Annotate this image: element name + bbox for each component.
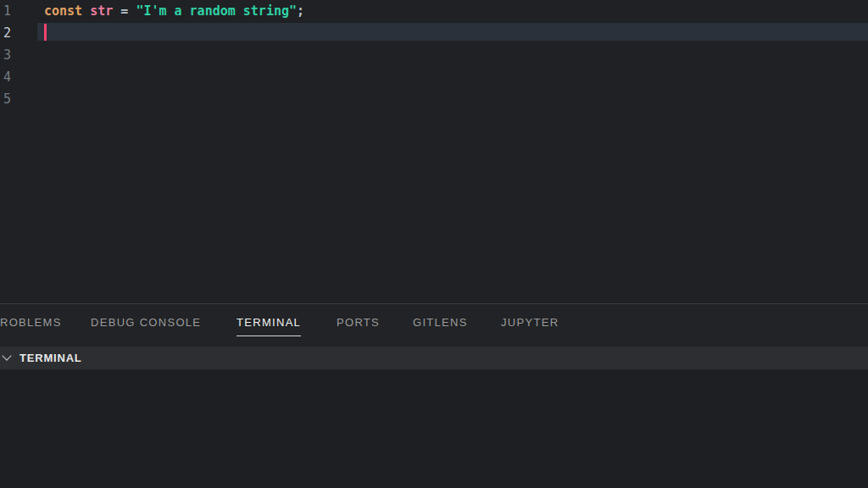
tab-debug-console[interactable]: DEBUG CONSOLE: [91, 316, 201, 336]
tab-jupyter[interactable]: JUPYTER: [501, 316, 559, 336]
code-token-operator: =: [120, 3, 128, 19]
tab-gitlens[interactable]: GITLENS: [413, 316, 468, 336]
line-number-active: 2: [3, 22, 29, 44]
line-number: 1: [3, 0, 29, 22]
code-token-variable: str: [90, 3, 113, 19]
code-editor[interactable]: 1 2 3 4 5 const str = "I'm a random stri…: [0, 0, 868, 303]
line-number: 3: [3, 44, 29, 66]
vscode-window: 1 2 3 4 5 const str = "I'm a random stri…: [0, 0, 868, 488]
code-token-string: "I'm a random string": [136, 3, 297, 19]
chevron-down-icon[interactable]: [2, 351, 11, 360]
panel-tab-bar: ROBLEMS DEBUG CONSOLE TERMINAL PORTS GIT…: [0, 303, 868, 345]
terminal-section-title: TERMINAL: [19, 352, 82, 364]
code-line-1: const str = "I'm a random string";: [44, 0, 304, 22]
terminal-section-header[interactable]: TERMINAL: [0, 347, 868, 369]
tab-ports[interactable]: PORTS: [337, 316, 380, 336]
tab-terminal[interactable]: TERMINAL: [236, 316, 301, 336]
editor-cursor: [44, 24, 47, 41]
line-number: 4: [3, 66, 29, 88]
terminal-pane[interactable]: @blackgirlbytes → /workspaces/kcdc-demo …: [0, 370, 868, 488]
tab-problems[interactable]: ROBLEMS: [0, 316, 62, 336]
current-line-highlight: [37, 23, 868, 41]
code-token-keyword: const: [44, 3, 82, 19]
line-number: 5: [3, 88, 29, 110]
code-token-semicolon: ;: [297, 3, 304, 19]
